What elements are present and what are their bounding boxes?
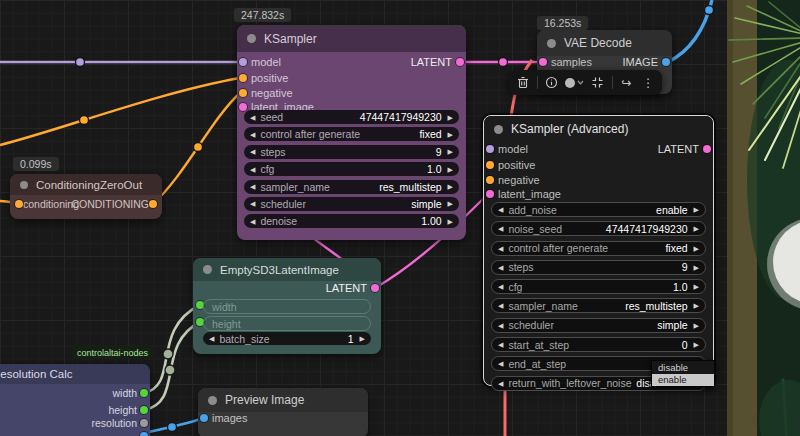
- widget-steps[interactable]: ◀steps9▶: [244, 145, 459, 159]
- resolution-header[interactable]: Resolution Calc: [0, 364, 150, 384]
- reroute-dot-latent[interactable]: [499, 58, 508, 67]
- widget-control-after-generate[interactable]: ◀control after generatefixed▶: [244, 127, 459, 141]
- collapse-dot-icon[interactable]: [494, 125, 503, 134]
- port-dot-image-out[interactable]: [662, 58, 670, 66]
- port-dot-negative[interactable]: [486, 176, 494, 184]
- converted-input-width[interactable]: width: [203, 299, 371, 314]
- widget-increment-icon[interactable]: ▶: [448, 131, 453, 138]
- widget-scheduler[interactable]: ◀schedulersimple▶: [491, 318, 706, 333]
- input-port-latent-image[interactable]: latent_image: [484, 186, 561, 202]
- output-port-latent[interactable]: LATENT: [658, 141, 713, 157]
- dropdown-option-disable[interactable]: disable: [652, 361, 714, 374]
- widget-steps[interactable]: ◀steps9▶: [491, 260, 706, 275]
- node-resolution-calc[interactable]: Resolution Calc width height resolution: [0, 364, 150, 436]
- reroute-dot-height[interactable]: [165, 365, 175, 375]
- widget-cfg[interactable]: ◀cfg1.0▶: [244, 162, 459, 176]
- vae-header[interactable]: VAE Decode: [537, 30, 672, 56]
- port-dot-positive[interactable]: [486, 161, 494, 169]
- widget-decrement-icon[interactable]: ◀: [209, 335, 214, 342]
- widget-increment-icon[interactable]: ▶: [448, 200, 453, 207]
- port-dot-width-out[interactable]: [140, 389, 148, 397]
- collapse-dot-icon[interactable]: [20, 181, 28, 189]
- widget-denoise[interactable]: ◀denoise1.00▶: [244, 214, 459, 228]
- node-ksampler[interactable]: KSampler model positive negative latent_…: [237, 25, 466, 240]
- widget-decrement-icon[interactable]: ◀: [250, 148, 255, 155]
- input-port-samples[interactable]: samples: [537, 54, 592, 70]
- widget-decrement-icon[interactable]: ◀: [498, 341, 503, 348]
- port-dot-samples[interactable]: [539, 58, 547, 66]
- dropdown-option-enable[interactable]: enable: [652, 374, 714, 387]
- ksampler-header[interactable]: KSampler: [237, 25, 466, 52]
- widget-decrement-icon[interactable]: ◀: [250, 183, 255, 190]
- widget-increment-icon[interactable]: ▶: [448, 166, 453, 173]
- input-port-images[interactable]: images: [198, 410, 247, 426]
- output-port-image[interactable]: IMAGE: [623, 54, 672, 70]
- port-dot-model[interactable]: [486, 145, 494, 153]
- widget-increment-icon[interactable]: ▶: [448, 148, 453, 155]
- port-dot-latent-out[interactable]: [703, 145, 711, 153]
- widget-seed[interactable]: ◀seed47447417949230▶: [244, 110, 459, 124]
- widget-scheduler[interactable]: ◀schedulersimple▶: [244, 197, 459, 211]
- preview-header[interactable]: Preview Image: [198, 388, 368, 412]
- port-dot-model[interactable]: [239, 58, 247, 66]
- reroute-dot-model[interactable]: [76, 58, 85, 67]
- collapse-dot-icon[interactable]: [203, 265, 212, 274]
- widget-decrement-icon[interactable]: ◀: [250, 166, 255, 173]
- widget-increment-icon[interactable]: ▶: [448, 218, 453, 225]
- widget-increment-icon[interactable]: ▶: [694, 225, 699, 232]
- node-conditioning-zero-out[interactable]: ConditioningZeroOut conditioning CONDITI…: [10, 174, 162, 219]
- reroute-dot-image-preview[interactable]: [168, 423, 177, 432]
- czo-header[interactable]: ConditioningZeroOut: [10, 174, 162, 195]
- widget-add-noise[interactable]: ◀add_noiseenable▶: [491, 202, 706, 217]
- widget-increment-icon[interactable]: ▶: [694, 264, 699, 271]
- widget-decrement-icon[interactable]: ◀: [498, 360, 503, 367]
- widget-increment-icon[interactable]: ▶: [694, 245, 699, 252]
- widget-increment-icon[interactable]: ▶: [694, 283, 699, 290]
- node-empty-sd3-latent-image[interactable]: EmptySD3LatentImage LATENT width height …: [193, 258, 381, 354]
- reroute-dot-width[interactable]: [163, 349, 173, 359]
- widget-decrement-icon[interactable]: ◀: [498, 322, 503, 329]
- input-port-conditioning[interactable]: conditioning: [10, 196, 79, 212]
- widget-decrement-icon[interactable]: ◀: [498, 225, 503, 232]
- widget-decrement-icon[interactable]: ◀: [498, 283, 503, 290]
- widget-decrement-icon[interactable]: ◀: [250, 200, 255, 207]
- color-swatch-button[interactable]: [565, 78, 584, 88]
- port-dot-latent-out[interactable]: [456, 58, 464, 66]
- widget-sampler-name[interactable]: ◀sampler_nameres_multistep▶: [244, 180, 459, 194]
- widget-increment-icon[interactable]: ▶: [448, 183, 453, 190]
- port-dot-negative[interactable]: [239, 89, 247, 97]
- port-dot-latent-out[interactable]: [371, 284, 379, 292]
- collapse-dot-icon[interactable]: [547, 39, 556, 48]
- node-ksampler-advanced[interactable]: KSampler (Advanced) model positive negat…: [483, 115, 714, 386]
- input-port-positive[interactable]: positive: [237, 70, 288, 86]
- widget-decrement-icon[interactable]: ◀: [498, 245, 503, 252]
- widget-control-after-generate[interactable]: ◀control after generatefixed▶: [491, 241, 706, 256]
- widget-batch-size[interactable]: ◀batch_size1▶: [203, 332, 371, 345]
- output-port-image[interactable]: [137, 428, 150, 436]
- widget-increment-icon[interactable]: ▶: [694, 341, 699, 348]
- output-port-width[interactable]: width: [112, 385, 150, 401]
- widget-decrement-icon[interactable]: ◀: [498, 302, 503, 309]
- redo-icon[interactable]: ↪: [618, 75, 634, 91]
- widget-increment-icon[interactable]: ▶: [694, 206, 699, 213]
- node-preview-image[interactable]: Preview Image images: [198, 388, 368, 436]
- input-port-model[interactable]: model: [484, 141, 528, 157]
- port-dot-latent-image[interactable]: [486, 190, 494, 198]
- more-options-icon[interactable]: ⋮: [640, 75, 656, 91]
- port-dot-conditioning[interactable]: [15, 200, 23, 208]
- node-graph-canvas[interactable]: 247.832s 16.253s 0.099s controlaltai-nod…: [0, 0, 800, 436]
- reroute-dot-image[interactable]: [705, 6, 714, 15]
- widget-cfg[interactable]: ◀cfg1.0▶: [491, 279, 706, 294]
- output-port-conditioning[interactable]: CONDITIONING: [71, 196, 162, 212]
- converted-input-height[interactable]: height: [203, 316, 371, 331]
- combo-dropdown[interactable]: disable enable: [651, 360, 715, 387]
- port-dot-conditioning-out[interactable]: [149, 200, 157, 208]
- trash-icon[interactable]: [515, 75, 531, 91]
- widget-sampler-name[interactable]: ◀sampler_nameres_multistep▶: [491, 298, 706, 313]
- port-dot-resolution-out[interactable]: [140, 419, 148, 427]
- widget-increment-icon[interactable]: ▶: [448, 114, 453, 121]
- input-port-positive[interactable]: positive: [484, 157, 535, 173]
- widget-start-at-step[interactable]: ◀start_at_step0▶: [491, 337, 706, 352]
- collapse-icon[interactable]: [590, 75, 606, 91]
- sd3-header[interactable]: EmptySD3LatentImage: [193, 258, 381, 281]
